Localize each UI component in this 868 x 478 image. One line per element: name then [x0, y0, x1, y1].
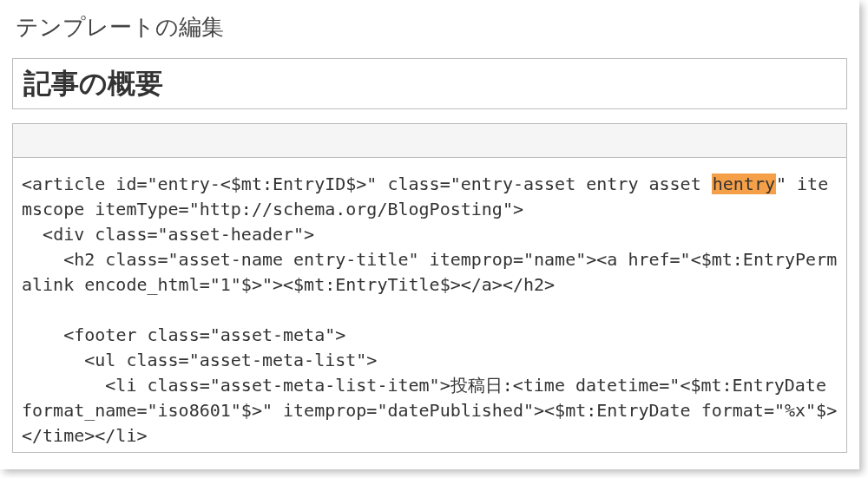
code-text: <footer class="asset-meta"> [22, 324, 345, 345]
code-text: <ul class="asset-meta-list"> [22, 350, 377, 370]
editor-toolbar [12, 123, 847, 158]
code-text: <article id="entry-<$mt:EntryID$>" class… [22, 174, 712, 194]
code-text: <h2 class="asset-name entry-title" itemp… [22, 249, 837, 295]
highlighted-text: hentry [712, 174, 776, 194]
template-name-input[interactable] [12, 58, 847, 109]
template-code-editor[interactable]: <article id="entry-<$mt:EntryID$>" class… [12, 158, 847, 453]
code-text: <li class="asset-meta-list-item">by <spa… [22, 450, 837, 453]
code-text: <li class="asset-meta-list-item">投稿日:<ti… [22, 375, 837, 446]
template-name-field-wrap [12, 58, 847, 109]
code-text: <div class="asset-header"> [22, 224, 314, 245]
page-title: テンプレートの編集 [0, 0, 859, 58]
